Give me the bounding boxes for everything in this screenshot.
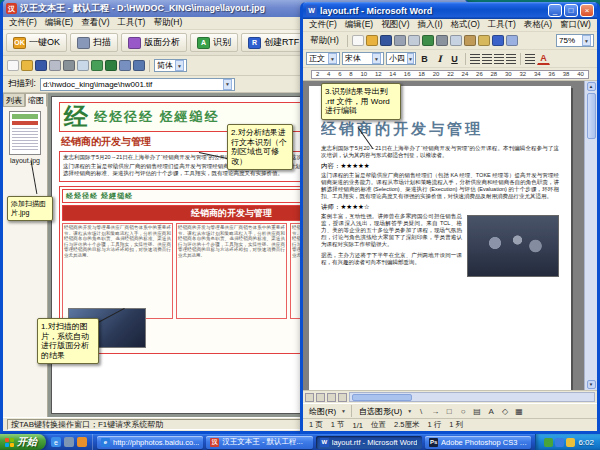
format-painter-icon[interactable] — [478, 35, 490, 46]
copy-icon[interactable] — [450, 35, 462, 46]
task-button-photoshop[interactable]: Ps Adobe Photoshop CS3 E... — [425, 436, 531, 449]
menu-item[interactable]: 文件(F) — [5, 17, 41, 29]
menu-item[interactable]: 编辑(E) — [41, 17, 77, 29]
show-desktop-icon[interactable] — [64, 437, 74, 447]
rectangle-icon[interactable]: □ — [443, 405, 455, 417]
menu-item[interactable]: 表格(A) — [520, 19, 556, 31]
menu-item[interactable]: 窗口(W) — [556, 19, 595, 31]
page-thumbnail[interactable] — [9, 111, 41, 155]
font-size-combo[interactable]: 小四 ▼ — [386, 52, 416, 65]
open-folder-icon[interactable] — [366, 35, 378, 46]
menu-help[interactable]: 帮助(H) — [306, 35, 343, 47]
zoom-out-icon[interactable] — [133, 60, 145, 71]
antivirus-tray-icon[interactable] — [544, 438, 553, 447]
line-icon[interactable]: \ — [415, 405, 427, 417]
menu-item[interactable]: 插入(I) — [414, 19, 447, 31]
tab-thumbnails[interactable]: 缩图 — [25, 93, 47, 107]
scan-path-combo[interactable]: d:\hwdoc_king\image\hw001.tif ▼ — [40, 78, 235, 91]
oval-icon[interactable]: ○ — [457, 405, 469, 417]
menu-item[interactable]: 编辑(E) — [341, 19, 377, 31]
taskbar-clock[interactable]: 6:02 — [578, 438, 594, 447]
maximize-button[interactable]: □ — [564, 4, 578, 17]
print-layout-view-button[interactable] — [327, 393, 336, 402]
align-center-icon[interactable] — [482, 54, 492, 64]
chevron-down-icon[interactable]: ▼ — [372, 53, 381, 64]
font-color-button[interactable]: A — [537, 53, 550, 65]
align-right-icon[interactable] — [494, 54, 504, 64]
menu-item[interactable]: 视图(V) — [377, 19, 413, 31]
font-combo[interactable]: 宋体 ▼ — [342, 52, 384, 65]
scan-button[interactable]: 扫描 — [70, 33, 118, 52]
copy-icon[interactable] — [77, 60, 89, 71]
menu-item[interactable]: 查看(V) — [77, 17, 113, 29]
menu-item[interactable]: 工具(T) — [484, 19, 520, 31]
horizontal-scrollbar[interactable] — [349, 392, 595, 402]
new-icon[interactable] — [7, 60, 19, 71]
menu-item[interactable]: 帮助(H) — [149, 17, 186, 29]
menu-item[interactable]: 格式(O) — [447, 19, 484, 31]
vertical-scrollbar[interactable]: ▲ ▼ — [584, 81, 597, 390]
bold-button[interactable]: B — [418, 52, 431, 65]
menu-item[interactable]: 文件(F) — [305, 19, 341, 31]
save-icon[interactable] — [35, 60, 47, 71]
chevron-down-icon[interactable]: ▼ — [582, 35, 591, 46]
ie-quicklaunch-icon[interactable]: e — [51, 437, 61, 447]
task-button-ie[interactable]: e http://phphotos.baidu.co... — [97, 436, 203, 449]
save-icon[interactable] — [380, 35, 392, 46]
cut-icon[interactable] — [63, 60, 75, 71]
task-button-word[interactable]: W layout.rtf - Microsoft Word — [316, 436, 422, 449]
draw-menu-button[interactable]: 绘图(R) — [307, 406, 338, 417]
print-icon[interactable] — [49, 60, 61, 71]
align-justify-icon[interactable] — [506, 54, 516, 64]
print-icon[interactable] — [394, 35, 406, 46]
start-button[interactable]: 开始 — [0, 434, 46, 450]
minimize-button[interactable]: _ — [548, 4, 562, 17]
one-key-ok-button[interactable]: OK 一键OK — [6, 33, 67, 52]
create-rtf-button[interactable]: R 创建RTF — [241, 33, 306, 52]
word-page[interactable]: 经销商的开发与管理 麦志利国际于5月20～21日在上海举办了“经销商开发与管理”… — [309, 86, 571, 390]
paste-icon[interactable] — [464, 35, 476, 46]
print-preview-icon[interactable] — [408, 35, 420, 46]
new-document-icon[interactable] — [352, 35, 364, 46]
redo-icon[interactable] — [506, 35, 518, 46]
wordart-icon[interactable]: A — [485, 405, 497, 417]
recognize-button[interactable]: A 识别 — [190, 33, 238, 52]
word-document-area[interactable]: 经销商的开发与管理 麦志利国际于5月20～21日在上海举办了“经销商开发与管理”… — [303, 81, 597, 390]
underline-button[interactable]: U — [448, 52, 461, 65]
scroll-up-icon[interactable]: ▲ — [587, 82, 596, 91]
volume-tray-icon[interactable] — [555, 438, 564, 447]
clipart-icon[interactable]: ▦ — [513, 405, 525, 417]
normal-view-button[interactable] — [305, 393, 314, 402]
numbering-icon[interactable] — [525, 54, 535, 64]
style-combo[interactable]: 正文 ▼ — [306, 52, 340, 65]
outline-view-button[interactable] — [338, 393, 347, 402]
align-left-icon[interactable] — [470, 54, 480, 64]
layout-analysis-button[interactable]: 版面分析 — [121, 33, 187, 52]
task-button-hanwang[interactable]: 汉 汉王文本王 - 默认工程... — [206, 436, 312, 449]
autoshapes-menu-button[interactable]: 自选图形(U) — [357, 406, 404, 417]
cut-icon[interactable] — [436, 35, 448, 46]
tab-list[interactable]: 列表 — [3, 93, 25, 107]
menu-item[interactable]: 工具(T) — [114, 17, 150, 29]
language-combo[interactable]: 简体 ▼ — [154, 59, 187, 72]
italic-button[interactable]: I — [433, 52, 446, 65]
rotate-right-icon[interactable] — [105, 60, 117, 71]
media-player-icon[interactable] — [77, 437, 87, 447]
arrow-icon[interactable]: → — [429, 405, 441, 417]
zoom-in-icon[interactable] — [119, 60, 131, 71]
spelling-icon[interactable] — [422, 35, 434, 46]
chevron-down-icon[interactable]: ▼ — [328, 53, 337, 64]
scrollbar-thumb[interactable] — [352, 394, 412, 401]
input-method-tray-icon[interactable] — [566, 438, 575, 447]
zoom-combo[interactable]: 75% ▼ — [556, 34, 594, 47]
scrollbar-thumb[interactable] — [587, 93, 596, 139]
diagram-icon[interactable]: ◇ — [499, 405, 511, 417]
web-layout-view-button[interactable] — [316, 393, 325, 402]
open-icon[interactable] — [21, 60, 33, 71]
close-button[interactable]: × — [580, 4, 594, 17]
undo-icon[interactable] — [492, 35, 504, 46]
word-titlebar[interactable]: W layout.rtf - Microsoft Word _ □ × — [303, 2, 597, 19]
chevron-down-icon[interactable]: ▼ — [407, 53, 414, 64]
chevron-down-icon[interactable]: ▼ — [175, 60, 184, 71]
ruler-scale[interactable]: 246810121416182022242628303234363840 — [311, 70, 589, 79]
